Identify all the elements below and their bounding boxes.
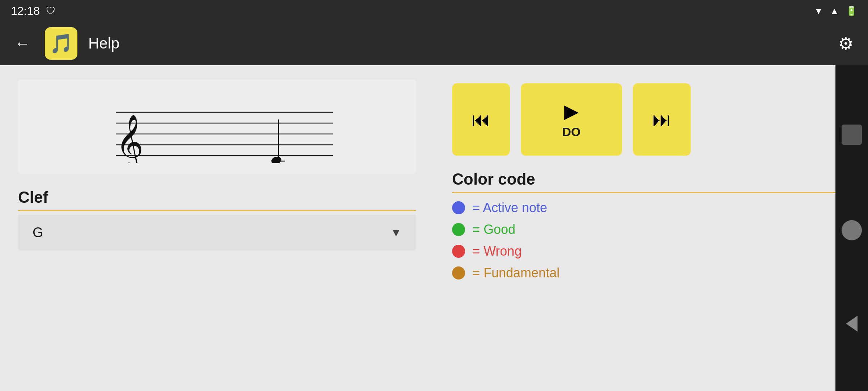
music-icon: 🎵 — [50, 33, 73, 55]
skip-forward-icon: ⏭ — [652, 109, 671, 130]
nav-back-button[interactable] — [846, 316, 858, 332]
active-note-dot — [452, 201, 465, 214]
side-nav — [835, 65, 868, 391]
list-item: = Good — [452, 222, 850, 237]
fundamental-dot — [452, 266, 465, 279]
back-button[interactable]: ← — [11, 31, 34, 56]
shield-icon: 🛡 — [46, 5, 56, 17]
playback-controls: ⏮ ▶ DO ⏭ — [452, 83, 850, 156]
staff-display: 𝄞 — [18, 80, 416, 174]
clef-divider — [18, 210, 416, 211]
color-code-divider — [452, 192, 850, 193]
list-item: = Wrong — [452, 244, 850, 259]
fundamental-label: = Fundamental — [472, 265, 559, 281]
skip-back-icon: ⏮ — [472, 109, 490, 130]
play-icon: ▶ — [564, 100, 579, 122]
play-button[interactable]: ▶ DO — [521, 83, 622, 156]
battery-icon: 🔋 — [846, 5, 857, 17]
skip-back-button[interactable]: ⏮ — [452, 83, 510, 156]
page-title: Help — [88, 35, 824, 52]
status-right: ▼ ▲ 🔋 — [814, 5, 857, 17]
list-item: = Fundamental — [452, 265, 850, 281]
note-label: DO — [562, 125, 581, 139]
clef-selected-value: G — [33, 225, 43, 240]
nav-circle-button[interactable] — [842, 220, 862, 240]
wrong-dot — [452, 245, 465, 258]
color-code-section: Color code = Active note = Good = Wrong — [452, 170, 850, 281]
good-dot — [452, 223, 465, 236]
svg-text:𝄞: 𝄞 — [116, 115, 144, 163]
status-bar: 12:18 🛡 ▼ ▲ 🔋 — [0, 0, 868, 22]
clef-section: Clef G ▼ — [18, 188, 416, 251]
list-item: = Active note — [452, 200, 850, 215]
wifi-icon: ▼ — [814, 5, 824, 17]
svg-point-8 — [271, 156, 282, 163]
app-icon: 🎵 — [45, 27, 77, 60]
good-label: = Good — [472, 222, 515, 237]
active-note-label: = Active note — [472, 200, 547, 215]
clef-title: Clef — [18, 188, 416, 206]
app-bar: ← 🎵 Help ⚙ — [0, 22, 868, 65]
right-column: ⏮ ▶ DO ⏭ Color code = Active note — [434, 65, 868, 391]
main-content: 𝄞 Clef G ▼ ⏮ ▶ — [0, 65, 868, 391]
staff-svg: 𝄞 — [90, 91, 344, 163]
wrong-label: = Wrong — [472, 244, 522, 259]
skip-forward-button[interactable]: ⏭ — [633, 83, 691, 156]
status-time: 12:18 — [11, 4, 40, 18]
clef-dropdown[interactable]: G ▼ — [18, 215, 416, 251]
chevron-down-icon: ▼ — [391, 227, 401, 239]
status-left: 12:18 🛡 — [11, 4, 56, 18]
nav-square-button[interactable] — [842, 125, 862, 145]
color-code-list: = Active note = Good = Wrong = Fundament… — [452, 200, 850, 281]
color-code-title: Color code — [452, 170, 850, 188]
signal-icon: ▲ — [830, 5, 839, 17]
left-column: 𝄞 Clef G ▼ — [0, 65, 434, 391]
settings-button[interactable]: ⚙ — [834, 30, 857, 57]
